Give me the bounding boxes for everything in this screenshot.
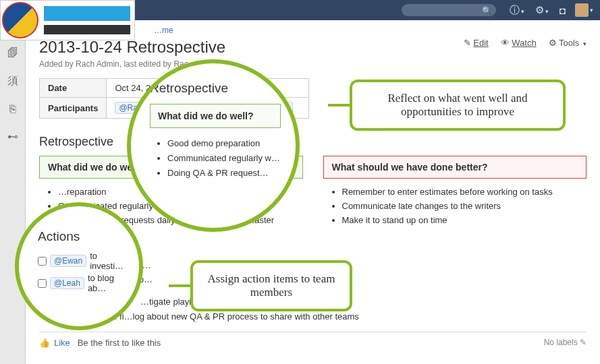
like-link[interactable]: Like	[54, 338, 70, 348]
logo-bar-blue	[44, 6, 130, 21]
tree-icon[interactable]: ⊷	[7, 130, 18, 143]
tray-icon[interactable]: ◘	[560, 5, 566, 16]
bad-list: Remember to enter estimates before worki…	[323, 185, 587, 227]
bad-panel-title: What should we have done better?	[323, 156, 587, 179]
search-icon: 🔍	[482, 6, 492, 16]
callout-assign: Assign action items to team members	[190, 260, 352, 311]
participants-label: Participants	[40, 98, 107, 119]
gear-icon[interactable]: ⚙▾	[535, 4, 549, 16]
left-rail: 🗐 須 ⎘ ⊷	[0, 20, 26, 364]
pages-icon[interactable]: 🗐	[7, 47, 18, 59]
feed-icon[interactable]: 須	[7, 74, 18, 88]
logo-bar-dark	[44, 25, 130, 34]
zoom-retrospective: Retrospective What did we do well? Good …	[127, 59, 300, 232]
help-icon[interactable]: ⓘ▾	[510, 4, 524, 17]
page-title: 2013-10-24 Retrospective	[39, 38, 225, 57]
callout-reflect: Reflect on what went well and opportunit…	[350, 80, 566, 131]
avatar[interactable]	[575, 3, 589, 17]
thumb-icon[interactable]: 👍	[39, 338, 50, 348]
copy-icon[interactable]: ⎘	[9, 103, 16, 115]
footer: 👍 Like Be the first to like this No labe…	[39, 332, 587, 348]
date-label: Date	[40, 79, 107, 98]
logo-icon	[2, 2, 38, 38]
byline: Added by Rach Admin, last edited by Rac…	[39, 59, 587, 69]
like-status: Be the first to like this	[78, 338, 161, 348]
no-labels[interactable]: No labels ✎	[544, 338, 587, 347]
edit-link[interactable]: ✎ Edit	[464, 38, 489, 48]
retrospective-heading: Retrospective	[39, 135, 587, 149]
watch-link[interactable]: 👁 Watch	[501, 38, 537, 48]
tools-link[interactable]: ⚙ Tools ▾	[549, 38, 587, 48]
zoom-actions: Actions @Ewanto investi… @Leahto blog ab…	[15, 202, 143, 330]
logo-overlay	[0, 0, 135, 40]
